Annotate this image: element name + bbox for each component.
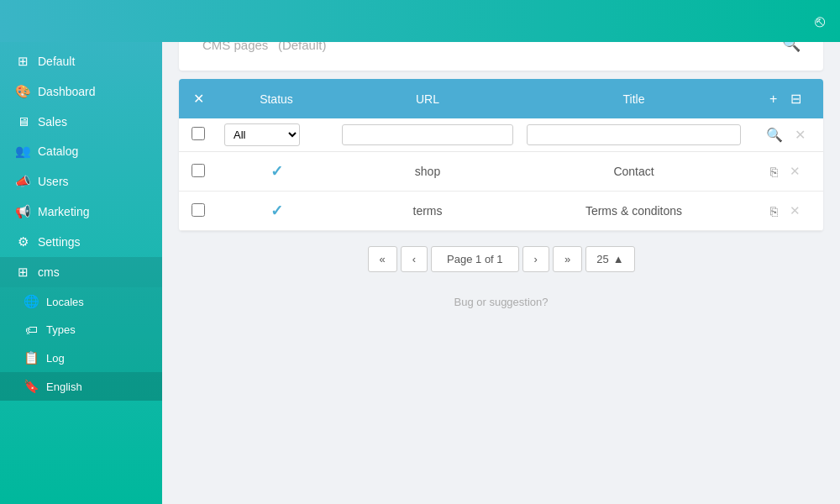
clear-filter-button[interactable]: ✕ bbox=[790, 124, 810, 145]
clear-selection-button[interactable]: ✕ bbox=[188, 89, 209, 108]
table-row: ✓ shop Contact ⎘ ✕ bbox=[179, 152, 823, 192]
main-content: CMS pages (Default) 🔍 ✕ Status URL bbox=[162, 0, 840, 504]
col-header-url: URL bbox=[335, 79, 520, 118]
sidebar-item-cms[interactable]: ⊞ cms bbox=[0, 257, 162, 287]
col-header-checkbox: ✕ bbox=[179, 79, 218, 118]
sidebar-item-sales[interactable]: 🖥 Sales bbox=[0, 107, 162, 136]
sidebar: aimeos ⊞ Default 🎨 Dashboard 🖥 Sales 👥 C… bbox=[0, 0, 162, 504]
delete-row-button[interactable]: ✕ bbox=[785, 201, 805, 221]
url-cell: shop bbox=[335, 152, 520, 192]
title-cell: Contact bbox=[520, 152, 748, 192]
catalog-icon: 👥 bbox=[15, 144, 30, 159]
select-all-checkbox[interactable] bbox=[192, 127, 205, 140]
sidebar-item-catalog[interactable]: 👥 Catalog bbox=[0, 136, 162, 166]
page-size-selector[interactable]: 25 ▲ bbox=[585, 246, 634, 272]
sidebar-item-label: Catalog bbox=[38, 144, 78, 158]
table-row: ✓ terms Terms & conditons ⎘ ✕ bbox=[179, 192, 823, 231]
sidebar-item-label: Users bbox=[38, 175, 69, 188]
sidebar-item-settings[interactable]: ⚙ Settings bbox=[0, 227, 162, 257]
filter-row: All Enabled Disabled 🔍 ✕ bbox=[179, 118, 823, 152]
sidebar-item-label: Settings bbox=[38, 235, 81, 249]
sidebar-item-locales[interactable]: 🌐 Locales bbox=[0, 287, 162, 316]
log-icon: 📋 bbox=[24, 350, 39, 365]
copy-row-button[interactable]: ⎘ bbox=[766, 201, 782, 221]
last-page-button[interactable]: » bbox=[553, 246, 582, 272]
topbar: ⎋ bbox=[0, 0, 840, 42]
sidebar-sub-label: Types bbox=[46, 323, 76, 336]
column-settings-button[interactable]: ⊟ bbox=[785, 89, 806, 108]
sidebar-item-label: Default bbox=[38, 55, 75, 68]
title-filter-input[interactable] bbox=[527, 124, 741, 145]
row-checkbox[interactable] bbox=[192, 164, 205, 177]
url-cell: terms bbox=[335, 192, 520, 231]
sidebar-sub-label: Locales bbox=[46, 296, 84, 308]
first-page-button[interactable]: « bbox=[368, 246, 397, 272]
add-item-button[interactable]: + bbox=[764, 90, 782, 108]
dashboard-icon: 🎨 bbox=[15, 84, 30, 99]
sidebar-item-label: Sales bbox=[38, 115, 67, 129]
sidebar-item-users[interactable]: 📣 Users bbox=[0, 166, 162, 197]
sidebar-item-types[interactable]: 🏷 Types bbox=[0, 316, 162, 344]
types-icon: 🏷 bbox=[24, 323, 39, 337]
col-header-title: Title bbox=[520, 79, 748, 118]
grid-icon: ⊞ bbox=[15, 54, 30, 69]
cms-table: ✕ Status URL Title + ⊟ bbox=[179, 79, 823, 231]
footer: Bug or suggestion? bbox=[179, 281, 823, 308]
copy-row-button[interactable]: ⎘ bbox=[766, 161, 782, 181]
page-indicator: Page 1 of 1 bbox=[431, 246, 519, 272]
locales-icon: 🌐 bbox=[24, 294, 39, 309]
col-header-actions: + ⊟ bbox=[748, 79, 823, 118]
next-page-button[interactable]: › bbox=[522, 246, 549, 272]
english-icon: 🔖 bbox=[24, 379, 39, 394]
cms-icon: ⊞ bbox=[15, 265, 30, 280]
sidebar-item-label: Marketing bbox=[38, 205, 89, 218]
status-filter-select[interactable]: All Enabled Disabled bbox=[224, 123, 300, 146]
sidebar-sub-label: Log bbox=[46, 352, 65, 365]
sidebar-item-dashboard[interactable]: 🎨 Dashboard bbox=[0, 76, 162, 107]
title-cell: Terms & conditons bbox=[520, 192, 748, 231]
sidebar-item-default[interactable]: ⊞ Default bbox=[0, 46, 162, 76]
sidebar-item-english[interactable]: 🔖 English bbox=[0, 372, 162, 401]
sales-icon: 🖥 bbox=[15, 114, 30, 129]
sidebar-sub-label: English bbox=[46, 381, 82, 393]
pagination: « ‹ Page 1 of 1 › » 25 ▲ bbox=[179, 231, 823, 281]
status-badge: ✓ bbox=[270, 202, 283, 219]
prev-page-button[interactable]: ‹ bbox=[401, 246, 428, 272]
sidebar-item-label: Dashboard bbox=[38, 85, 96, 98]
settings-icon: ⚙ bbox=[15, 234, 30, 249]
sidebar-item-label: cms bbox=[38, 265, 60, 279]
marketing-icon: 📢 bbox=[15, 204, 30, 219]
logout-button[interactable]: ⎋ bbox=[815, 12, 825, 31]
url-filter-input[interactable] bbox=[342, 124, 513, 145]
delete-row-button[interactable]: ✕ bbox=[785, 161, 805, 181]
users-icon: 📣 bbox=[15, 174, 30, 189]
status-badge: ✓ bbox=[270, 163, 283, 180]
sidebar-item-marketing[interactable]: 📢 Marketing bbox=[0, 197, 162, 227]
col-header-status: Status bbox=[218, 79, 335, 118]
apply-filter-button[interactable]: 🔍 bbox=[762, 124, 787, 145]
row-checkbox[interactable] bbox=[192, 203, 205, 217]
sidebar-item-log[interactable]: 📋 Log bbox=[0, 344, 162, 372]
